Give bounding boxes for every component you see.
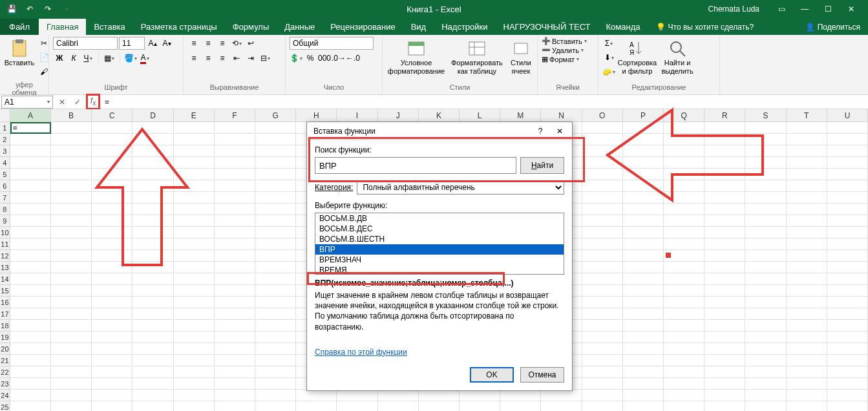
cell-E5[interactable]: [174, 169, 215, 180]
save-icon[interactable]: 💾: [3, 1, 21, 17]
cell-J24[interactable]: [378, 390, 419, 401]
cell-T21[interactable]: [787, 355, 827, 366]
fill-color-icon[interactable]: 🪣▾: [124, 52, 137, 65]
cell-C1[interactable]: [92, 122, 132, 134]
increase-decimal-icon[interactable]: .0→: [332, 52, 345, 65]
cell-S17[interactable]: [745, 308, 786, 320]
cell-C17[interactable]: [92, 308, 132, 320]
cell-D12[interactable]: [132, 250, 173, 262]
cell-S23[interactable]: [745, 378, 786, 390]
cell-F17[interactable]: [215, 308, 255, 320]
cell-R14[interactable]: [704, 273, 745, 285]
cell-F22[interactable]: [215, 366, 255, 378]
row-header-4[interactable]: 4: [0, 157, 10, 169]
cell-U17[interactable]: [827, 308, 868, 320]
cell-D1[interactable]: [132, 122, 173, 134]
cell-Q5[interactable]: [664, 169, 704, 180]
cell-S11[interactable]: [745, 238, 786, 250]
cell-Q8[interactable]: [664, 204, 704, 215]
cell-U21[interactable]: [827, 355, 868, 366]
cell-B25[interactable]: [51, 401, 92, 411]
cell-B5[interactable]: [51, 169, 92, 180]
cell-T20[interactable]: [787, 343, 827, 355]
row-header-2[interactable]: 2: [0, 134, 10, 145]
redo-icon[interactable]: ↷: [39, 1, 57, 17]
cell-F20[interactable]: [215, 343, 255, 355]
orientation-icon[interactable]: ⟲▾: [230, 37, 243, 50]
cell-P22[interactable]: [623, 366, 664, 378]
column-header-S[interactable]: S: [745, 109, 786, 121]
cell-O25[interactable]: [582, 401, 623, 411]
cell-L24[interactable]: [460, 390, 500, 401]
cell-U5[interactable]: [827, 169, 868, 180]
tell-me-search[interactable]: 💡 Что вы хотите сделать?: [648, 19, 762, 35]
tab-view[interactable]: Вид: [403, 19, 434, 35]
cell-S16[interactable]: [745, 297, 786, 308]
cell-C14[interactable]: [92, 273, 132, 285]
cell-A20[interactable]: [10, 343, 51, 355]
cell-D8[interactable]: [132, 204, 173, 215]
cell-M25[interactable]: [500, 401, 541, 411]
cell-S22[interactable]: [745, 366, 786, 378]
function-item[interactable]: ВОСЬМ.В.ДВ: [315, 213, 564, 224]
cell-A4[interactable]: [10, 157, 51, 169]
cell-O7[interactable]: [582, 192, 623, 204]
cell-P10[interactable]: [623, 227, 664, 238]
cell-R21[interactable]: [704, 355, 745, 366]
cell-G3[interactable]: [255, 145, 296, 157]
cell-C12[interactable]: [92, 250, 132, 262]
cell-S9[interactable]: [745, 215, 786, 227]
accounting-format-icon[interactable]: 💲▾: [290, 52, 302, 65]
column-header-N[interactable]: N: [541, 109, 582, 121]
row-header-6[interactable]: 6: [0, 180, 10, 192]
cell-S19[interactable]: [745, 332, 786, 343]
tab-loadtest[interactable]: НАГРУЗОЧНЫЙ ТЕСТ: [496, 19, 598, 35]
cell-U2[interactable]: [827, 134, 868, 145]
cell-C2[interactable]: [92, 134, 132, 145]
tab-insert[interactable]: Вставка: [86, 19, 132, 35]
row-header-8[interactable]: 8: [0, 204, 10, 215]
format-as-table-button[interactable]: Форматировать как таблицу: [449, 37, 505, 81]
user-name[interactable]: Chernata Luda: [708, 5, 759, 14]
function-item[interactable]: ВПР: [315, 244, 564, 255]
cell-D3[interactable]: [132, 145, 173, 157]
cell-Q4[interactable]: [664, 157, 704, 169]
cell-C21[interactable]: [92, 355, 132, 366]
cell-D11[interactable]: [132, 238, 173, 250]
cell-U19[interactable]: [827, 332, 868, 343]
cell-U16[interactable]: [827, 297, 868, 308]
cell-E4[interactable]: [174, 157, 215, 169]
cell-E10[interactable]: [174, 227, 215, 238]
cell-B16[interactable]: [51, 297, 92, 308]
cell-D14[interactable]: [132, 273, 173, 285]
cell-T13[interactable]: [787, 262, 827, 273]
cell-O15[interactable]: [582, 285, 623, 297]
autosum-icon[interactable]: Σ▾: [602, 37, 615, 50]
cell-G15[interactable]: [255, 285, 296, 297]
cell-P14[interactable]: [623, 273, 664, 285]
function-list[interactable]: ВОСЬМ.В.ДВВОСЬМ.В.ДЕСВОСЬМ.В.ШЕСТНВПРВРЕ…: [315, 213, 564, 275]
dialog-close-icon[interactable]: ✕: [551, 124, 568, 138]
cell-U25[interactable]: [827, 401, 868, 411]
cell-Q3[interactable]: [664, 145, 704, 157]
dialog-titlebar[interactable]: Вставка функции ? ✕: [307, 122, 572, 140]
wrap-text-icon[interactable]: ↩: [244, 37, 257, 50]
cell-C5[interactable]: [92, 169, 132, 180]
cell-T15[interactable]: [787, 285, 827, 297]
cell-A12[interactable]: [10, 250, 51, 262]
cell-U12[interactable]: [827, 250, 868, 262]
cell-T1[interactable]: [787, 122, 827, 134]
cell-B21[interactable]: [51, 355, 92, 366]
cell-styles-button[interactable]: Стили ячеек: [508, 37, 534, 81]
cell-R10[interactable]: [704, 227, 745, 238]
cell-C11[interactable]: [92, 238, 132, 250]
cell-J25[interactable]: [378, 401, 419, 411]
cell-Q20[interactable]: [664, 343, 704, 355]
cell-O9[interactable]: [582, 215, 623, 227]
cell-F5[interactable]: [215, 169, 255, 180]
increase-font-icon[interactable]: A▴: [146, 37, 159, 50]
insert-function-icon[interactable]: fx: [85, 96, 101, 109]
cell-B10[interactable]: [51, 227, 92, 238]
font-size-input[interactable]: [119, 37, 145, 50]
cell-P25[interactable]: [623, 401, 664, 411]
